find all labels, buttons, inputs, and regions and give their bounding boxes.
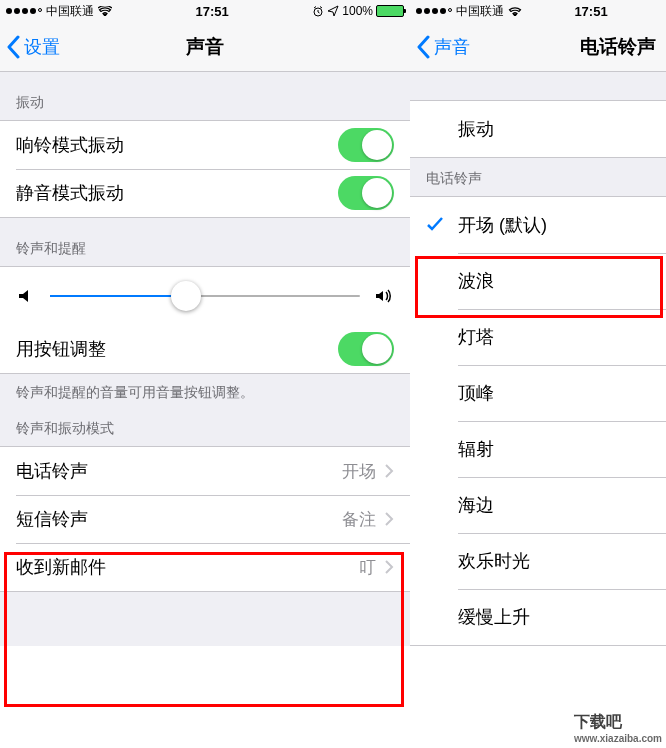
volume-high-icon xyxy=(374,286,394,306)
carrier-label: 中国联通 xyxy=(46,3,94,20)
nav-bar: 设置 声音 xyxy=(0,22,410,72)
alarm-icon xyxy=(312,5,324,17)
ringtone-list: 开场 (默认) 波浪 灯塔 顶峰 辐射 海边 xyxy=(410,196,666,646)
ringtone-label: 波浪 xyxy=(458,269,494,293)
back-label: 设置 xyxy=(24,35,60,59)
status-bar: 中国联通 17:51 100% xyxy=(0,0,410,22)
signal-dots-icon xyxy=(416,8,452,14)
carrier-label: 中国联通 xyxy=(456,3,504,20)
nav-bar: 声音 电话铃声 xyxy=(410,22,666,72)
signal-dots-icon xyxy=(6,8,42,14)
watermark: 下载吧 www.xiazaiba.com xyxy=(574,712,662,744)
section-header-patterns: 铃声和振动模式 xyxy=(0,408,410,446)
sounds-settings-screen: 中国联通 17:51 100% 设置 声音 振动 响铃模式振动 xyxy=(0,0,410,646)
ringtone-label: 灯塔 xyxy=(458,325,494,349)
ringtone-item[interactable]: 开场 (默认) xyxy=(410,197,666,253)
status-time: 17:51 xyxy=(196,4,229,19)
cell-value: 备注 xyxy=(342,508,376,531)
cell-label: 收到新邮件 xyxy=(16,555,106,579)
back-label: 声音 xyxy=(434,35,470,59)
ringtone-item[interactable]: 顶峰 xyxy=(410,365,666,421)
battery-percent: 100% xyxy=(342,4,373,18)
ringtone-item[interactable]: 辐射 xyxy=(410,421,666,477)
vibration-row[interactable]: 振动 xyxy=(410,101,666,157)
ringtone-label: 海边 xyxy=(458,493,494,517)
check-icon xyxy=(426,216,444,234)
text-tone-row[interactable]: 短信铃声 备注 xyxy=(0,495,410,543)
ringtone-label: 缓慢上升 xyxy=(458,605,530,629)
ringtone-label: 辐射 xyxy=(458,437,494,461)
svg-point-0 xyxy=(104,13,107,16)
svg-point-2 xyxy=(514,13,517,16)
change-with-buttons-row[interactable]: 用按钮调整 xyxy=(0,325,410,373)
new-mail-row[interactable]: 收到新邮件 叮 xyxy=(0,543,410,591)
ringtone-item[interactable]: 波浪 xyxy=(410,253,666,309)
slider-thumb[interactable] xyxy=(171,281,201,311)
cell-label: 用按钮调整 xyxy=(16,337,106,361)
chevron-left-icon xyxy=(416,35,430,59)
cell-label: 静音模式振动 xyxy=(16,181,124,205)
ringtone-item[interactable]: 欢乐时光 xyxy=(410,533,666,589)
chevron-right-icon xyxy=(384,463,394,479)
cell-label: 电话铃声 xyxy=(16,459,88,483)
ringtone-item[interactable]: 灯塔 xyxy=(410,309,666,365)
wifi-icon xyxy=(508,6,522,16)
battery-icon xyxy=(376,5,404,17)
location-icon xyxy=(327,5,339,17)
chevron-right-icon xyxy=(384,511,394,527)
page-title: 电话铃声 xyxy=(580,34,656,60)
volume-low-icon xyxy=(16,286,36,306)
volume-slider[interactable] xyxy=(50,295,360,297)
volume-slider-row xyxy=(0,267,410,325)
ringtone-picker-screen: 中国联通 17:51 声音 电话铃声 振动 电话铃声 开场 (默认) xyxy=(410,0,666,646)
cell-value: 叮 xyxy=(359,556,376,579)
cell-label: 响铃模式振动 xyxy=(16,133,124,157)
section-header-ringtones: 电话铃声 xyxy=(410,158,666,196)
back-button[interactable]: 声音 xyxy=(410,35,470,59)
change-with-buttons-toggle[interactable] xyxy=(338,332,394,366)
silent-vibrate-toggle[interactable] xyxy=(338,176,394,210)
status-bar: 中国联通 17:51 xyxy=(410,0,666,22)
cell-label: 振动 xyxy=(458,117,494,141)
ringtone-label: 顶峰 xyxy=(458,381,494,405)
ringtone-label: 欢乐时光 xyxy=(458,549,530,573)
ring-vibrate-row[interactable]: 响铃模式振动 xyxy=(0,121,410,169)
ringtone-item[interactable]: 缓慢上升 xyxy=(410,589,666,645)
section-footer: 铃声和提醒的音量可用音量按钮调整。 xyxy=(0,374,410,408)
ringtone-label: 开场 (默认) xyxy=(458,213,547,237)
cell-label: 短信铃声 xyxy=(16,507,88,531)
status-time: 17:51 xyxy=(574,4,607,19)
silent-vibrate-row[interactable]: 静音模式振动 xyxy=(0,169,410,217)
ringtone-row[interactable]: 电话铃声 开场 xyxy=(0,447,410,495)
section-header-vibrate: 振动 xyxy=(0,72,410,120)
ringtone-item[interactable]: 海边 xyxy=(410,477,666,533)
cell-value: 开场 xyxy=(342,460,376,483)
page-title: 声音 xyxy=(186,34,224,60)
wifi-icon xyxy=(98,6,112,16)
section-header-ringer: 铃声和提醒 xyxy=(0,218,410,266)
back-button[interactable]: 设置 xyxy=(0,35,60,59)
chevron-right-icon xyxy=(384,559,394,575)
chevron-left-icon xyxy=(6,35,20,59)
ring-vibrate-toggle[interactable] xyxy=(338,128,394,162)
